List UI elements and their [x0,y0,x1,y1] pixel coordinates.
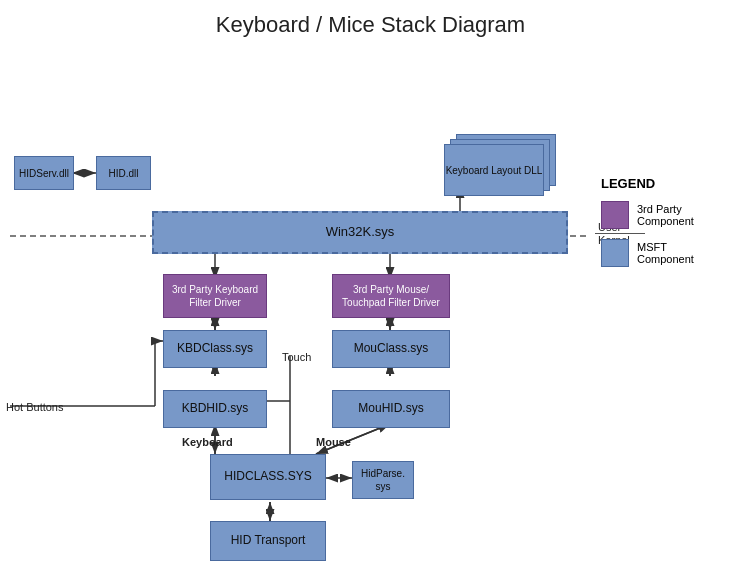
hot-buttons-label: Hot Buttons [6,401,63,413]
legend: LEGEND 3rd Party Component MSFT Componen… [601,176,721,277]
page-title: Keyboard / Mice Stack Diagram [0,0,741,46]
kbdhid-box: KBDHID.sys [163,390,267,428]
legend-label-party3: 3rd Party Component [637,203,721,227]
legend-swatch-purple [601,201,629,229]
hidserv-box: HIDServ.dll [14,156,74,190]
mouclass-box: MouClass.sys [332,330,450,368]
hidparse-box: HidParse. sys [352,461,414,499]
kbdclass-box: KBDClass.sys [163,330,267,368]
win32k-box: Win32K.sys [152,211,568,254]
legend-item-party3: 3rd Party Component [601,201,721,229]
mouhid-box: MouHID.sys [332,390,450,428]
party3-keyboard-box: 3rd Party Keyboard Filter Driver [163,274,267,318]
keyboard-label: Keyboard [182,436,233,448]
keyboard-layout-box: Keyboard Layout DLL [444,144,544,196]
mouse-label: Mouse [316,436,351,448]
legend-swatch-blue [601,239,629,267]
hidclass-box: HIDCLASS.SYS [210,454,326,500]
party3-mouse-box: 3rd Party Mouse/ Touchpad Filter Driver [332,274,450,318]
touch-label: Touch [282,351,311,363]
hid-transport-box: HID Transport [210,521,326,561]
hid-dll-box: HID.dll [96,156,151,190]
legend-item-msft: MSFT Component [601,239,721,267]
legend-label-msft: MSFT Component [637,241,721,265]
legend-title: LEGEND [601,176,721,191]
